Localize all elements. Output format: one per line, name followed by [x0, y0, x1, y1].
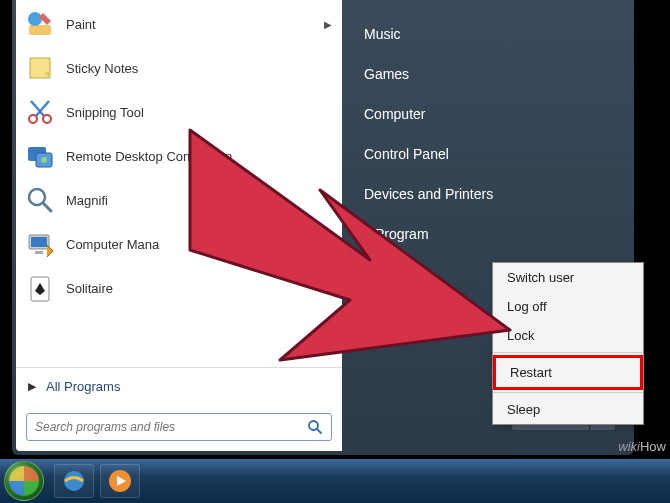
- menu-divider: [493, 352, 643, 353]
- power-options-menu: Switch user Log off Lock Restart Sleep: [492, 262, 644, 425]
- power-item-lock[interactable]: Lock: [493, 321, 643, 350]
- watermark-prefix: wiki: [618, 439, 640, 454]
- program-item-paint[interactable]: Paint ▶: [16, 2, 342, 46]
- magnifier-icon: [24, 184, 56, 216]
- svg-point-1: [28, 12, 42, 26]
- right-item-default-programs[interactable]: lt Program: [342, 214, 634, 254]
- chevron-right-icon: ▶: [28, 380, 36, 393]
- remote-desktop-icon: [24, 140, 56, 172]
- program-item-solitaire[interactable]: Solitaire: [16, 266, 342, 310]
- all-programs-label: All Programs: [46, 379, 120, 394]
- right-item-music[interactable]: Music: [342, 14, 634, 54]
- program-label: Paint: [66, 17, 96, 32]
- program-label: Sticky Notes: [66, 61, 138, 76]
- right-item-computer[interactable]: Computer: [342, 94, 634, 134]
- taskbar-item-ie[interactable]: [54, 464, 94, 498]
- svg-rect-10: [31, 237, 47, 247]
- program-label: Snipping Tool: [66, 105, 144, 120]
- submenu-arrow-icon: ▶: [324, 19, 332, 30]
- scissors-icon: [24, 96, 56, 128]
- right-item-devices-printers[interactable]: Devices and Printers: [342, 174, 634, 214]
- svg-rect-0: [29, 25, 51, 35]
- watermark: wikiHow: [618, 439, 666, 455]
- program-list: Paint ▶ Sticky Notes Snipping Tool R: [16, 0, 342, 367]
- program-item-snipping-tool[interactable]: Snipping Tool: [16, 90, 342, 134]
- start-button[interactable]: [4, 461, 44, 501]
- computer-management-icon: [24, 228, 56, 260]
- program-item-remote-desktop[interactable]: Remote Desktop Connection: [16, 134, 342, 178]
- sticky-notes-icon: [24, 52, 56, 84]
- power-item-restart[interactable]: Restart: [493, 355, 643, 390]
- svg-rect-11: [35, 251, 43, 254]
- program-label: Computer Mana: [66, 237, 159, 252]
- start-menu-left-panel: Paint ▶ Sticky Notes Snipping Tool R: [16, 0, 342, 451]
- right-item-control-panel[interactable]: Control Panel: [342, 134, 634, 174]
- right-item-games[interactable]: Games: [342, 54, 634, 94]
- taskbar-item-media-player[interactable]: [100, 464, 140, 498]
- program-item-sticky-notes[interactable]: Sticky Notes: [16, 46, 342, 90]
- svg-point-7: [41, 157, 47, 163]
- program-label: Remote Desktop Connection: [66, 149, 232, 164]
- paint-icon: [24, 8, 56, 40]
- search-icon[interactable]: [307, 419, 323, 435]
- svg-point-3: [29, 115, 37, 123]
- program-label: Solitaire: [66, 281, 113, 296]
- search-box[interactable]: [26, 413, 332, 441]
- power-item-sleep[interactable]: Sleep: [493, 395, 643, 424]
- program-item-magnifier[interactable]: Magnifi: [16, 178, 342, 222]
- menu-divider: [493, 392, 643, 393]
- taskbar: [0, 459, 670, 503]
- svg-point-4: [43, 115, 51, 123]
- power-item-switch-user[interactable]: Switch user: [493, 263, 643, 292]
- watermark-suffix: How: [640, 439, 666, 454]
- solitaire-icon: [24, 272, 56, 304]
- program-label: Magnifi: [66, 193, 108, 208]
- all-programs-button[interactable]: ▶ All Programs: [16, 367, 342, 405]
- power-item-log-off[interactable]: Log off: [493, 292, 643, 321]
- program-item-computer-management[interactable]: Computer Mana: [16, 222, 342, 266]
- search-input[interactable]: [35, 420, 307, 434]
